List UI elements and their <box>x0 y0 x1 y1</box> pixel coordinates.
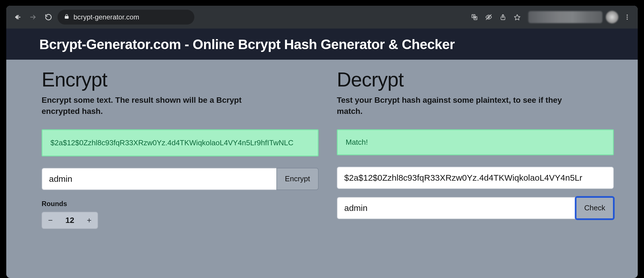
lock-icon <box>64 14 70 21</box>
svg-marker-6 <box>514 15 520 20</box>
browser-inner: bcrypt-generator.com <box>6 6 638 278</box>
check-button[interactable]: Check <box>576 197 614 219</box>
encrypt-button[interactable]: Encrypt <box>276 168 319 190</box>
svg-point-9 <box>627 19 628 20</box>
svg-point-7 <box>627 15 628 16</box>
rounds-value: 12 <box>59 216 81 225</box>
chrome-right-icons <box>469 11 633 23</box>
decrypt-subtitle: Test your Bcrypt hash against some plain… <box>337 94 565 117</box>
decrypt-input-row: Check <box>337 197 614 219</box>
encrypt-result: $2a$12$0Zzhl8c93fqR33XRzw0Yz.4d4TKWiqkol… <box>42 129 319 156</box>
main-content: Encrypt Encrypt some text. The result sh… <box>6 60 638 278</box>
extensions-blur <box>528 11 602 23</box>
address-bar-wrap: bcrypt-generator.com <box>58 10 466 25</box>
address-url: bcrypt-generator.com <box>74 13 139 21</box>
translate-icon[interactable] <box>469 12 480 23</box>
kebab-menu-icon[interactable] <box>622 12 633 23</box>
decrypt-result: Match! <box>337 129 614 155</box>
profile-avatar[interactable] <box>606 11 618 23</box>
decrypt-plaintext-input[interactable] <box>337 197 576 219</box>
encrypt-plaintext-input[interactable] <box>42 168 276 190</box>
svg-point-8 <box>627 17 628 18</box>
rounds-decrement[interactable]: − <box>42 212 59 228</box>
eye-off-icon[interactable] <box>483 12 494 23</box>
site-title: Bcrypt-Generator.com - Online Bcrypt Has… <box>39 37 626 52</box>
share-icon[interactable] <box>498 12 508 23</box>
encrypt-subtitle: Encrypt some text. The result shown will… <box>42 94 270 117</box>
encrypt-title: Encrypt <box>42 68 319 91</box>
rounds-increment[interactable]: + <box>81 212 97 228</box>
reload-button[interactable] <box>42 11 55 23</box>
decrypt-title: Decrypt <box>337 68 614 91</box>
back-button[interactable] <box>11 11 24 23</box>
decrypt-hash-input[interactable] <box>337 167 614 189</box>
browser-frame: bcrypt-generator.com <box>0 0 644 278</box>
star-icon[interactable] <box>512 12 523 23</box>
site-header: Bcrypt-Generator.com - Online Bcrypt Has… <box>6 29 638 60</box>
forward-button[interactable] <box>27 11 39 23</box>
chrome-toolbar: bcrypt-generator.com <box>6 6 638 29</box>
encrypt-column: Encrypt Encrypt some text. The result sh… <box>42 68 319 278</box>
rounds-label: Rounds <box>42 200 319 208</box>
address-bar[interactable]: bcrypt-generator.com <box>58 10 194 25</box>
rounds-stepper: − 12 + <box>42 212 98 229</box>
encrypt-input-row: Encrypt <box>42 168 319 190</box>
decrypt-column: Decrypt Test your Bcrypt hash against so… <box>337 68 614 278</box>
